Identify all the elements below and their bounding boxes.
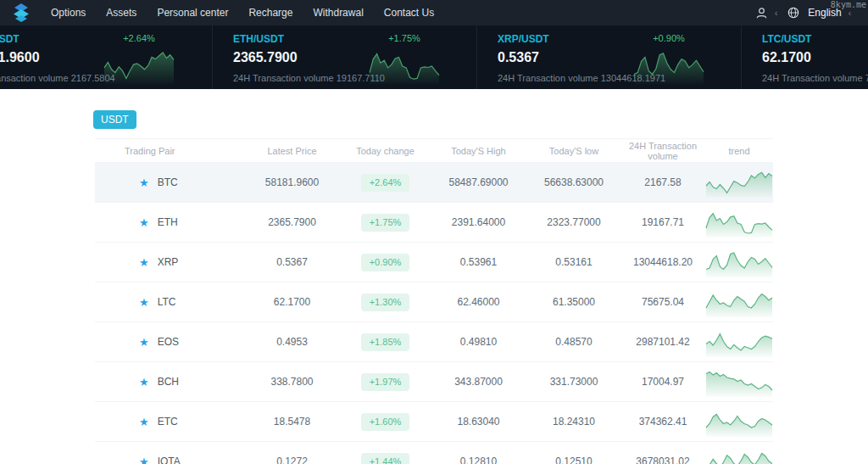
favorite-star-icon[interactable]: ★ <box>139 377 149 388</box>
latest-price-cell: 2365.7900 <box>243 216 341 228</box>
change-badge: +1.44% <box>361 453 410 464</box>
nav-item[interactable]: Options <box>51 7 86 19</box>
ticker-sparkline <box>369 46 440 85</box>
trend-sparkline <box>705 176 773 187</box>
today-change-cell: +1.85% <box>341 333 430 351</box>
header-latest-price: Latest Price <box>243 146 341 156</box>
table-row[interactable]: ★ BCH 338.7800 +1.97% 343.87000 331.7300… <box>95 362 773 402</box>
trend-cell <box>705 206 773 238</box>
latest-price-cell: 62.1700 <box>243 296 341 308</box>
today-change-cell: +1.60% <box>341 413 430 431</box>
volume-24h-cell: 3678031.02 <box>620 456 705 464</box>
nav-item[interactable]: Withdrawal <box>313 7 363 19</box>
ticker-right: +1.75% <box>369 32 440 85</box>
ticker-card[interactable]: ETH/USDT 2365.7900 24H Transaction volum… <box>212 25 476 89</box>
pair-symbol: ETH <box>158 216 178 228</box>
table-header-row: Trading Pair Latest Price Today change T… <box>95 139 773 163</box>
trading-pair-cell: ★ EOS <box>95 336 243 348</box>
header-todays-low: Today'S low <box>527 146 620 156</box>
volume-24h-cell: 2987101.42 <box>620 336 705 348</box>
header-today-change: Today change <box>341 146 430 156</box>
trend-cell <box>705 405 773 438</box>
pair-symbol: XRP <box>158 256 179 268</box>
favorite-star-icon[interactable]: ★ <box>139 337 149 348</box>
language-chevron-icon[interactable]: ‹ <box>849 8 851 18</box>
trend-sparkline <box>705 375 773 387</box>
today-change-cell: +1.30% <box>341 293 430 311</box>
favorite-star-icon[interactable]: ★ <box>139 217 149 228</box>
change-badge: +1.97% <box>361 373 410 391</box>
trading-pair-cell: ★ XRP <box>95 256 243 268</box>
todays-low-cell: 18.24310 <box>527 416 620 428</box>
today-change-cell: +2.64% <box>341 174 430 192</box>
table-row[interactable]: ★ ETH 2365.7900 +1.75% 2391.64000 2323.7… <box>95 203 773 243</box>
ticker-change: +2.64% <box>103 32 175 44</box>
trading-pair-cell: ★ BTC <box>95 176 243 188</box>
pair-symbol: LTC <box>158 296 176 308</box>
ticker-sparkline <box>103 46 175 85</box>
volume-24h-cell: 2167.58 <box>620 176 705 188</box>
table-row[interactable]: ★ ETC 18.5478 +1.60% 18.63040 18.24310 3… <box>95 402 773 442</box>
todays-high-cell: 2391.64000 <box>430 216 527 228</box>
trend-cell <box>705 246 773 278</box>
nav-menu: OptionsAssetsPersonal centerRechargeWith… <box>51 7 434 19</box>
todays-low-cell: 0.12510 <box>527 456 620 464</box>
today-change-cell: +1.44% <box>341 453 430 464</box>
nav-item[interactable]: Recharge <box>248 7 292 19</box>
table-row[interactable]: ★ LTC 62.1700 +1.30% 62.46000 61.35000 7… <box>95 282 773 322</box>
ticker-sparkline <box>633 46 704 85</box>
nav-item[interactable]: Contact Us <box>384 7 434 19</box>
todays-high-cell: 0.12810 <box>430 456 527 464</box>
globe-icon <box>787 7 799 19</box>
trading-pair-cell: ★ IOTA <box>95 456 243 464</box>
volume-24h-cell: 19167.71 <box>620 216 705 228</box>
trend-cell <box>705 366 773 398</box>
latest-price-cell: 0.1272 <box>243 456 341 464</box>
change-badge: +1.60% <box>361 413 410 431</box>
pair-symbol: EOS <box>158 336 179 348</box>
todays-low-cell: 61.35000 <box>527 296 620 308</box>
todays-high-cell: 62.46000 <box>430 296 527 308</box>
table-row[interactable]: ★ IOTA 0.1272 +1.44% 0.12810 0.12510 367… <box>95 442 773 464</box>
table-row[interactable]: ★ XRP 0.5367 +0.90% 0.53961 0.53161 1304… <box>95 243 773 282</box>
user-icon[interactable] <box>755 7 768 20</box>
ticker-right: +0.90% <box>633 32 704 85</box>
ticker-card[interactable]: BTC/USDT 58181.9600 24H Transaction volu… <box>0 25 212 89</box>
change-badge: +1.75% <box>361 214 410 232</box>
trend-sparkline <box>705 255 773 267</box>
header-trend: trend <box>705 146 773 156</box>
favorite-star-icon[interactable]: ★ <box>139 257 149 268</box>
user-chevron-icon[interactable]: ‹ <box>775 8 777 18</box>
volume-24h-cell: 75675.04 <box>620 296 705 308</box>
ticker-change: +1.75% <box>369 32 440 44</box>
tab-usdt[interactable]: USDT <box>93 110 136 129</box>
pair-symbol: BTC <box>158 176 178 188</box>
ticker-card[interactable]: XRP/USDT 0.5367 24H Transaction volume 1… <box>476 25 741 89</box>
latest-price-cell: 58181.9600 <box>243 176 341 188</box>
todays-low-cell: 0.48570 <box>527 336 620 348</box>
change-badge: +0.90% <box>361 254 410 271</box>
nav-item[interactable]: Assets <box>106 7 136 19</box>
brand-logo-icon[interactable] <box>12 3 31 23</box>
latest-price-cell: 0.4953 <box>243 336 341 348</box>
trend-sparkline <box>705 215 773 227</box>
todays-low-cell: 2323.77000 <box>527 216 620 228</box>
ticker-card[interactable]: LTC/USDT 62.1700 24H Transaction volume … <box>741 25 868 89</box>
favorite-star-icon[interactable]: ★ <box>139 297 149 308</box>
ticker-volume: 24H Transaction volume 75675.0400 <box>762 71 868 85</box>
todays-low-cell: 0.53161 <box>527 256 620 268</box>
header-trading-pair: Trading Pair <box>95 146 243 156</box>
favorite-star-icon[interactable]: ★ <box>139 177 149 188</box>
table-row[interactable]: ★ BTC 58181.9600 +2.64% 58487.69000 5663… <box>95 163 773 203</box>
table-row[interactable]: ★ EOS 0.4953 +1.85% 0.49810 0.48570 2987… <box>95 322 773 362</box>
nav-item[interactable]: Personal center <box>157 7 228 19</box>
today-change-cell: +1.75% <box>341 214 430 232</box>
site-watermark: 8kym.me <box>831 0 866 9</box>
trend-cell <box>705 166 773 198</box>
favorite-star-icon[interactable]: ★ <box>139 416 149 428</box>
trend-cell <box>705 445 773 464</box>
latest-price-cell: 0.5367 <box>243 256 341 268</box>
today-change-cell: +1.97% <box>341 373 430 391</box>
favorite-star-icon[interactable]: ★ <box>139 456 149 464</box>
todays-high-cell: 18.63040 <box>430 416 527 428</box>
